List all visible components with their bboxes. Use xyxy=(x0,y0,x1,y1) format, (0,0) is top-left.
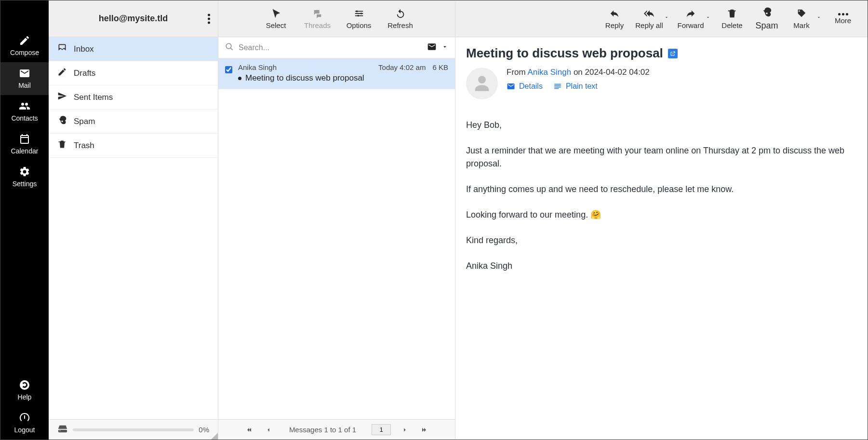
nav-item-label: Help xyxy=(18,393,32,401)
folder-list: Inbox Drafts Sent Items Spam Trash xyxy=(49,37,218,419)
folder-label: Drafts xyxy=(74,69,95,78)
body-paragraph: Kind regards, xyxy=(466,234,857,247)
pager-next[interactable] xyxy=(400,426,410,433)
nav-item-label: Compose xyxy=(10,49,39,56)
nav-item-contacts[interactable]: Contacts xyxy=(0,95,49,128)
folders-column: hello@mysite.tld Inbox Drafts Sent Items… xyxy=(49,0,218,440)
forward-icon xyxy=(685,8,696,20)
options-icon xyxy=(354,8,364,20)
from-line: From Anika Singh on 2024-04-02 04:02 xyxy=(507,68,650,77)
account-menu-button[interactable] xyxy=(208,14,210,24)
message-view-column: Reply Reply all Forward Delete xyxy=(455,0,868,440)
search-input[interactable] xyxy=(239,43,422,52)
details-link-label: Details xyxy=(519,82,543,91)
pager-page-input[interactable] xyxy=(372,424,391,435)
sent-icon xyxy=(57,91,67,103)
spam-button[interactable]: Spam xyxy=(753,7,781,31)
calendar-icon xyxy=(18,133,31,145)
pager-last[interactable] xyxy=(419,426,429,434)
reply-all-button[interactable]: Reply all xyxy=(635,8,663,29)
search-icon xyxy=(225,42,234,53)
pager-first[interactable] xyxy=(244,426,254,434)
folder-trash[interactable]: Trash xyxy=(49,134,218,158)
refresh-button[interactable]: Refresh xyxy=(387,8,414,29)
nav-item-mail[interactable]: Mail xyxy=(0,62,49,95)
refresh-icon xyxy=(395,8,406,20)
details-link[interactable]: Details xyxy=(507,82,543,91)
cursor-icon xyxy=(271,8,281,20)
reply-all-icon xyxy=(644,8,654,20)
tool-label: Mark xyxy=(793,21,809,29)
help-icon xyxy=(18,379,31,391)
delete-icon xyxy=(727,8,737,20)
from-label: From xyxy=(507,68,527,77)
from-sender-link[interactable]: Anika Singh xyxy=(527,68,571,77)
mail-icon xyxy=(18,67,31,80)
folder-label: Trash xyxy=(74,141,94,151)
forward-caret[interactable] xyxy=(705,11,711,29)
open-in-new-window[interactable] xyxy=(668,49,678,58)
select-button[interactable]: Select xyxy=(262,8,290,29)
mark-button[interactable]: Mark xyxy=(788,8,815,29)
message-subject: Meeting to discuss web proposal xyxy=(245,73,364,83)
options-button[interactable]: Options xyxy=(345,8,373,29)
nav-item-calendar[interactable]: Calendar xyxy=(0,128,49,161)
folder-sent[interactable]: Sent Items xyxy=(49,85,218,110)
body-paragraph: Anika Singh xyxy=(466,260,857,273)
nav-item-compose[interactable]: Compose xyxy=(0,29,49,62)
inbox-icon xyxy=(57,43,67,55)
reply-button[interactable]: Reply xyxy=(601,8,628,29)
nav-item-logout[interactable]: Logout xyxy=(0,407,49,440)
disk-icon xyxy=(57,424,68,436)
search-scope-icon[interactable] xyxy=(427,42,437,53)
account-email: hello@mysite.tld xyxy=(99,14,168,24)
nav-item-label: Contacts xyxy=(11,114,38,122)
pager-prev[interactable] xyxy=(263,426,274,433)
tool-label: Select xyxy=(266,21,286,29)
tool-label: Forward xyxy=(677,21,704,29)
body-paragraph: Hey Bob, xyxy=(466,119,857,132)
nav-item-label: Mail xyxy=(18,82,31,89)
message-list-column: Select Threads Options Refresh xyxy=(218,0,455,440)
message-checkbox[interactable] xyxy=(225,66,232,73)
forward-button[interactable]: Forward xyxy=(677,8,705,29)
tool-label: Options xyxy=(347,21,372,29)
tool-label: More xyxy=(835,16,851,25)
spam-icon xyxy=(57,115,67,127)
logout-icon xyxy=(18,412,31,424)
mark-icon xyxy=(796,8,807,20)
tool-label: Refresh xyxy=(387,21,413,29)
nav-item-label: Settings xyxy=(13,180,37,188)
folder-drafts[interactable]: Drafts xyxy=(49,61,218,85)
quota-percent: 0% xyxy=(199,426,209,434)
message-item[interactable]: Anika Singh Today 4:02 am 6 KB Meeting t… xyxy=(218,58,455,89)
threads-button[interactable]: Threads xyxy=(304,8,332,29)
quota-track xyxy=(73,428,194,431)
on-label: on xyxy=(571,68,585,77)
mark-caret[interactable] xyxy=(815,11,822,29)
message-body: Hey Bob, Just a reminder that we are mee… xyxy=(455,104,868,300)
body-paragraph: If anything comes up and we need to resc… xyxy=(466,183,857,196)
drafts-icon xyxy=(57,67,67,79)
plain-text-link[interactable]: Plain text xyxy=(553,82,598,91)
reply-icon xyxy=(609,8,620,20)
nav-item-label: Calendar xyxy=(11,147,39,155)
reply-all-caret[interactable] xyxy=(663,11,670,29)
list-toolbar: Select Threads Options Refresh xyxy=(218,0,455,37)
tool-label: Reply xyxy=(605,21,624,29)
folder-spam[interactable]: Spam xyxy=(49,110,218,134)
tool-label: Spam xyxy=(755,21,778,31)
folder-label: Spam xyxy=(74,117,95,126)
threads-icon xyxy=(312,8,323,20)
svg-point-0 xyxy=(356,10,358,12)
nav-item-settings[interactable]: Settings xyxy=(0,161,49,193)
more-button[interactable]: More xyxy=(829,13,857,25)
svg-point-2 xyxy=(357,14,359,16)
from-datetime: 2024-04-02 04:02 xyxy=(585,68,650,77)
folder-inbox[interactable]: Inbox xyxy=(49,37,218,61)
search-options-caret[interactable] xyxy=(441,43,448,52)
trash-icon xyxy=(57,139,67,151)
delete-button[interactable]: Delete xyxy=(718,8,746,29)
more-icon xyxy=(838,13,848,15)
nav-item-help[interactable]: Help xyxy=(0,374,49,407)
